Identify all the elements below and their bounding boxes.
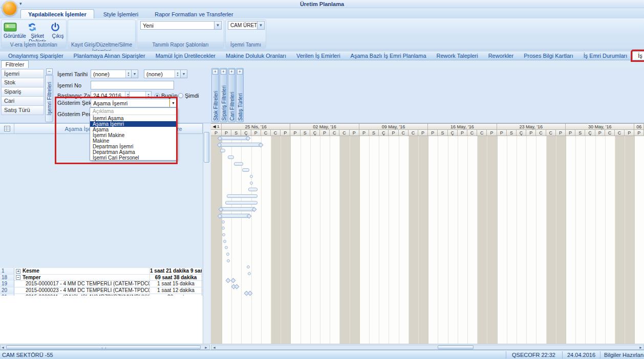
gantt-dot[interactable] bbox=[250, 175, 253, 178]
expand-plus-icon[interactable]: + bbox=[229, 69, 234, 75]
spin-updown-icon[interactable]: ▲▼ bbox=[125, 70, 131, 78]
chevron-down-icon[interactable]: ▼ bbox=[169, 99, 177, 107]
filter-category-0[interactable]: İşemri bbox=[1, 69, 44, 78]
gantt-dot[interactable] bbox=[225, 246, 228, 249]
gantt-dot[interactable] bbox=[222, 227, 225, 230]
collapse-button[interactable]: − bbox=[46, 69, 53, 75]
table-row[interactable]: 192015-0000017 - 4 MM DC TEMPERLİ (CATEM… bbox=[0, 281, 203, 287]
chevron-down-icon[interactable]: ▼ bbox=[214, 21, 221, 29]
gantt-milestone-icon[interactable] bbox=[248, 290, 253, 296]
dropdown-item-5[interactable]: Makine bbox=[90, 138, 177, 144]
quick-access-arrow-icon[interactable]: ▾ bbox=[19, 1, 22, 6]
view-tab-2[interactable]: Mamül İçin Üretilecekler bbox=[151, 52, 221, 60]
gantt-dot[interactable] bbox=[222, 233, 225, 236]
dropdown-item-3[interactable]: Aşama bbox=[90, 127, 177, 132]
isemri-tarihi-to-combobox[interactable]: (none) ▲▼ ▼ bbox=[144, 70, 187, 78]
dropdown-item-4[interactable]: İşemri Makine bbox=[90, 132, 177, 138]
filtreler-tab[interactable]: Filtreler bbox=[1, 60, 29, 68]
gantt-milestone-icon[interactable] bbox=[234, 284, 240, 289]
view-tab-1[interactable]: Planlamaya Alınan Siparişler bbox=[69, 52, 151, 60]
dropdown-item-8[interactable]: İşemri Cari Personel bbox=[90, 155, 177, 161]
view-tab-0[interactable]: Onaylanmış Siparişler bbox=[3, 52, 69, 60]
table-row[interactable]: 1+Kesme1 saat 21 dakika 9 saniye bbox=[0, 268, 203, 275]
gantt-dot[interactable] bbox=[247, 265, 250, 268]
filter-category-3[interactable]: Cari bbox=[1, 97, 44, 106]
gosterim-sekli-combobox[interactable]: Aşama İşemri ▼ bbox=[91, 99, 177, 107]
gantt-hscroll-thumb[interactable] bbox=[438, 345, 474, 349]
application-orb-button[interactable] bbox=[2, 1, 17, 16]
isemri-no-input[interactable] bbox=[91, 81, 174, 89]
gantt-hscrollbar[interactable] bbox=[211, 345, 644, 350]
spin-updown-icon[interactable]: ▲▼ bbox=[175, 70, 180, 78]
view-tab-4[interactable]: Verilen İş Emirleri bbox=[291, 52, 346, 60]
ribbon-tab-1[interactable]: Style İşlemleri bbox=[96, 10, 145, 18]
gantt-dot[interactable] bbox=[226, 253, 229, 256]
row-label-cell[interactable]: 2015-0000017 - 4 MM DC TEMPERLİ (CATEM-T… bbox=[14, 281, 150, 287]
table-row[interactable]: 202015-0000023 - 4 MM DC TEMPERLİ (CATEM… bbox=[0, 287, 203, 294]
arrow-right-icon[interactable]: ► bbox=[204, 346, 208, 349]
ribbon-tab-2[interactable]: Rapor Formatları ve Transferler bbox=[147, 10, 240, 18]
dropdown-item-2[interactable]: Aşama İşemri bbox=[90, 121, 177, 127]
view-tab-8[interactable]: Proses Bilgi Kartları bbox=[519, 52, 578, 60]
table-row[interactable]: 18−Temper69 saat 38 dakika bbox=[0, 275, 203, 281]
chevron-down-icon[interactable]: ▼ bbox=[131, 70, 138, 78]
gantt-bar[interactable] bbox=[228, 155, 234, 159]
view-tab-3[interactable]: Makine Doluluk Oranları bbox=[221, 52, 291, 60]
goruntule-button[interactable]: Görüntüle bbox=[4, 21, 25, 39]
grid-vscroll-thumb[interactable] bbox=[204, 132, 209, 163]
gantt-summary-bar[interactable] bbox=[219, 136, 248, 140]
dropdown-item-7[interactable]: Departman Aşama bbox=[90, 149, 177, 155]
view-tab-10[interactable]: İş Emri İzleme bbox=[632, 51, 644, 60]
chevron-down-icon[interactable]: ▼ bbox=[257, 21, 264, 29]
collapsed-panel-3[interactable]: +Satış Türleri bbox=[236, 68, 244, 122]
cikis-button[interactable]: Çıkış bbox=[50, 21, 66, 39]
gantt-page-nav[interactable]: ◀ 1 bbox=[211, 124, 222, 130]
grid-hscroll-thumb[interactable] bbox=[6, 345, 201, 349]
radio-bugun[interactable]: Bugün bbox=[155, 93, 178, 99]
arrow-left-icon[interactable]: ◄ bbox=[1, 346, 5, 349]
gantt-summary-bar[interactable] bbox=[219, 143, 261, 147]
expand-plus-icon[interactable]: + bbox=[237, 69, 243, 75]
isemri-tarihi-from-combobox[interactable]: (none) ▲▼ ▼ bbox=[91, 70, 138, 78]
chevron-down-icon[interactable]: ▼ bbox=[180, 70, 187, 78]
gantt-bar[interactable] bbox=[234, 162, 243, 166]
expand-plus-icon[interactable]: + bbox=[16, 269, 20, 274]
gantt-dot[interactable] bbox=[222, 220, 225, 223]
gantt-dot[interactable] bbox=[227, 259, 230, 262]
isemri-filtreleri-vertical-tab[interactable]: İşemri Filtreleri bbox=[45, 75, 53, 122]
gantt-bar[interactable] bbox=[225, 201, 257, 205]
view-tab-5[interactable]: Aşama Bazlı İş Emri Planlama bbox=[346, 52, 432, 60]
collapsed-panel-2[interactable]: +Cari Filtreleri bbox=[228, 68, 235, 122]
gantt-bar[interactable] bbox=[248, 188, 257, 191]
filter-category-2[interactable]: Sipariş bbox=[1, 87, 44, 97]
arrow-left-icon[interactable]: ◄ bbox=[212, 346, 216, 349]
expand-plus-icon[interactable]: + bbox=[221, 69, 226, 75]
view-tab-6[interactable]: Rework Talepleri bbox=[432, 52, 483, 60]
gantt-dot[interactable] bbox=[223, 240, 226, 243]
filter-category-4[interactable]: Satış Türü bbox=[1, 106, 44, 115]
gantt-bar[interactable] bbox=[220, 149, 225, 152]
dropdown-item-6[interactable]: Departman İşemri bbox=[90, 144, 177, 149]
arrow-left-icon[interactable]: ◀ bbox=[213, 124, 216, 129]
gantt-dot[interactable] bbox=[250, 182, 253, 185]
arrow-right-icon[interactable]: ► bbox=[639, 346, 642, 349]
gantt-dot[interactable] bbox=[248, 272, 251, 275]
grid-corner-cell[interactable] bbox=[0, 124, 14, 134]
radio-simdi[interactable]: Şimdi bbox=[178, 93, 199, 99]
gantt-bar[interactable] bbox=[227, 194, 257, 198]
rapor-sablon-combobox[interactable]: Yeni ▼ bbox=[140, 21, 222, 30]
expand-plus-icon[interactable]: + bbox=[212, 69, 218, 75]
isemri-tanimi-combobox[interactable]: CAM ÜRETİM ▼ bbox=[228, 21, 265, 30]
spin-updown-icon[interactable]: ▲▼ bbox=[145, 92, 151, 99]
row-label-cell[interactable]: 2015-0000023 - 4 MM DC TEMPERLİ (CATEM-T… bbox=[14, 287, 150, 294]
gantt-summary-bar[interactable] bbox=[219, 214, 249, 218]
collapsed-panel-1[interactable]: +Sipariş Filtreleri bbox=[220, 68, 227, 122]
gantt-bar[interactable] bbox=[242, 168, 249, 172]
collapse-minus-icon[interactable]: − bbox=[16, 275, 20, 280]
row-label-cell[interactable]: −Temper bbox=[14, 275, 150, 281]
ribbon-tab-0[interactable]: Yapılabilecek İşlemler bbox=[20, 9, 94, 18]
gantt-milestone-icon[interactable] bbox=[226, 278, 231, 283]
collapsed-panel-0[interactable]: +Stok Filtreleri bbox=[211, 68, 219, 122]
view-tab-9[interactable]: İş Emri Durumları bbox=[578, 52, 633, 60]
filter-category-1[interactable]: Stok bbox=[1, 78, 44, 87]
